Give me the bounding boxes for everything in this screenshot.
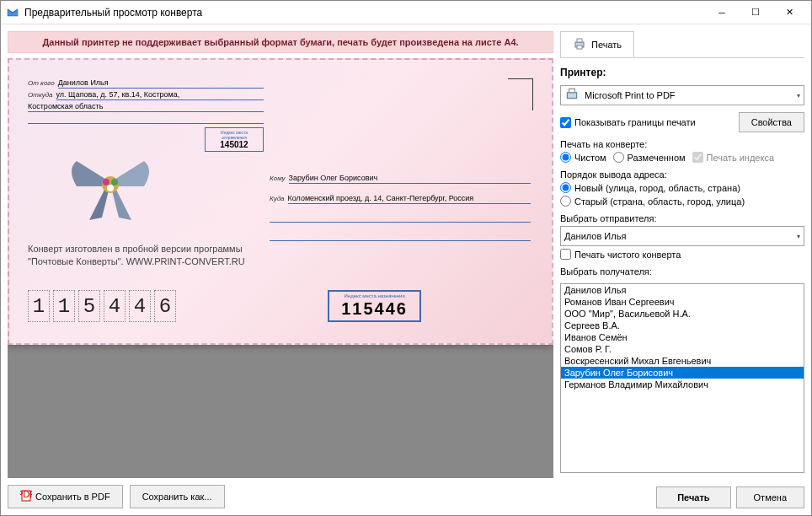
warning-banner: Данный принтер не поддерживает выбранный… xyxy=(8,31,553,53)
chevron-down-icon: ▾ xyxy=(797,92,800,99)
to-addr-label: Куда xyxy=(270,195,285,202)
bow-decoration xyxy=(60,148,161,224)
radio-clean[interactable]: Чистом xyxy=(560,152,606,163)
svg-rect-9 xyxy=(567,93,576,99)
from-value: Данилов Илья xyxy=(58,78,264,89)
print-clean-envelope-checkbox[interactable]: Печать чистого конверта xyxy=(560,249,804,260)
svg-rect-10 xyxy=(569,89,575,93)
to-blank1 xyxy=(270,212,531,223)
svg-text:PDF: PDF xyxy=(20,490,32,499)
svg-rect-8 xyxy=(577,46,582,49)
watermark: Конверт изготовлен в пробной версии прог… xyxy=(28,243,245,267)
radio-marked[interactable]: Размеченном xyxy=(613,152,686,163)
recipient-index-box: Индекс места назначения 115446 xyxy=(328,290,421,322)
to-addr-line1: Коломенский проезд, д. 14, Санкт-Петербу… xyxy=(288,194,532,204)
printer-small-icon xyxy=(564,87,580,104)
to-label: Кому xyxy=(270,175,286,182)
minimize-button[interactable]: ─ xyxy=(705,1,739,24)
window-title: Предварительный просмотр конверта xyxy=(24,7,705,19)
save-pdf-button[interactable]: PDF Сохранить в PDF xyxy=(8,485,123,508)
list-item[interactable]: Данилов Илья xyxy=(561,284,804,296)
svg-rect-7 xyxy=(577,39,582,42)
print-button[interactable]: Печать xyxy=(656,486,730,508)
index-digit: 5 xyxy=(78,290,100,322)
stamp-corner xyxy=(508,78,533,110)
printer-icon xyxy=(573,37,586,52)
printer-select[interactable]: Microsoft Print to PDF ▾ xyxy=(560,85,804,105)
sender-select-value: Данилов Илья xyxy=(564,231,626,241)
to-value: Зарубин Олег Борисович xyxy=(289,174,531,184)
print-on-label: Печать на конверте: xyxy=(560,139,804,149)
app-icon xyxy=(6,6,19,19)
recipient-block: КомуЗарубин Олег Борисович КудаКоломенск… xyxy=(270,174,531,243)
sender-index-value: 145012 xyxy=(212,140,256,149)
sender-select-label: Выбрать отправителя: xyxy=(560,213,804,223)
save-as-button[interactable]: Сохранить как... xyxy=(130,485,225,508)
big-index: 115446 xyxy=(28,290,176,322)
radio-order-old[interactable]: Старый (страна, область, город, улица) xyxy=(560,196,804,207)
addr-line2: Костромская область xyxy=(28,102,264,112)
print-index-checkbox: Печать индекса xyxy=(692,152,774,163)
printer-section-label: Принтер: xyxy=(560,67,804,78)
list-item[interactable]: Иванов Семён xyxy=(561,331,804,343)
index-digit: 4 xyxy=(129,290,151,322)
recipient-listbox[interactable]: Данилов ИльяРоманов Иван СергеевичООО "М… xyxy=(560,283,804,473)
svg-point-2 xyxy=(111,179,118,185)
cancel-button-label: Отмена xyxy=(754,492,787,503)
list-item[interactable]: Романов Иван Сергеевич xyxy=(561,296,804,308)
properties-button[interactable]: Свойства xyxy=(739,112,804,132)
envelope-preview: От когоДанилов Илья Откудаул. Щапова, д.… xyxy=(8,58,553,345)
list-item[interactable]: Сомов Р. Г. xyxy=(561,343,804,355)
sender-select[interactable]: Данилов Илья ▾ xyxy=(560,226,804,246)
properties-label: Свойства xyxy=(751,117,792,127)
from-label: От кого xyxy=(28,79,55,87)
preview-area: От когоДанилов Илья Откудаул. Щапова, д.… xyxy=(8,58,553,478)
pdf-icon: PDF xyxy=(20,490,32,503)
show-borders-label: Показывать границы печати xyxy=(574,117,696,127)
sender-block: От когоДанилов Илья Откудаул. Щапова, д.… xyxy=(28,78,264,152)
list-item[interactable]: Сергеев В.А. xyxy=(561,320,804,331)
sender-index-box: Индекс места отправления 145012 xyxy=(205,127,264,152)
svg-point-3 xyxy=(107,185,114,191)
addr-line1: ул. Щапова, д. 57, кв.14, Кострома, xyxy=(56,90,264,100)
printer-selected-value: Microsoft Print to PDF xyxy=(585,90,676,100)
chevron-down-icon: ▾ xyxy=(797,233,800,240)
save-as-label: Сохранить как... xyxy=(142,492,212,502)
to-blank2 xyxy=(270,231,531,241)
index-digit: 1 xyxy=(28,290,50,322)
list-item[interactable]: Воскресенский Михал Евгеньевич xyxy=(561,355,804,367)
addr-label: Откуда xyxy=(28,91,53,99)
order-label: Порядок вывода адреса: xyxy=(560,169,804,180)
radio-order-new[interactable]: Новый (улица, город, область, страна) xyxy=(560,182,804,193)
list-item[interactable]: Германов Владимир Михайлович xyxy=(561,379,804,390)
titlebar: Предварительный просмотр конверта ─ ☐ ✕ xyxy=(1,1,811,24)
maximize-button[interactable]: ☐ xyxy=(739,1,772,24)
svg-point-1 xyxy=(103,179,110,185)
print-button-label: Печать xyxy=(677,492,709,503)
recip-index-title: Индекс места назначения xyxy=(341,293,408,298)
close-button[interactable]: ✕ xyxy=(772,1,806,24)
recipient-select-label: Выбрать получателя: xyxy=(560,266,804,277)
tab-print[interactable]: Печать xyxy=(560,31,634,57)
sender-index-title: Индекс места отправления xyxy=(212,130,256,140)
list-item[interactable]: ООО "Мир", Васильевой Н.А. xyxy=(561,308,804,320)
cancel-button[interactable]: Отмена xyxy=(736,486,804,508)
tab-print-label: Печать xyxy=(591,40,622,50)
index-digit: 1 xyxy=(53,290,75,322)
addr-blank xyxy=(28,114,264,124)
list-item[interactable]: Зарубин Олег Борисович xyxy=(561,367,804,379)
recip-index-value: 115446 xyxy=(341,299,408,319)
index-digit: 6 xyxy=(154,290,176,322)
show-borders-checkbox[interactable]: Показывать границы печати xyxy=(560,117,696,128)
save-pdf-label: Сохранить в PDF xyxy=(35,492,110,502)
index-digit: 4 xyxy=(104,290,126,322)
